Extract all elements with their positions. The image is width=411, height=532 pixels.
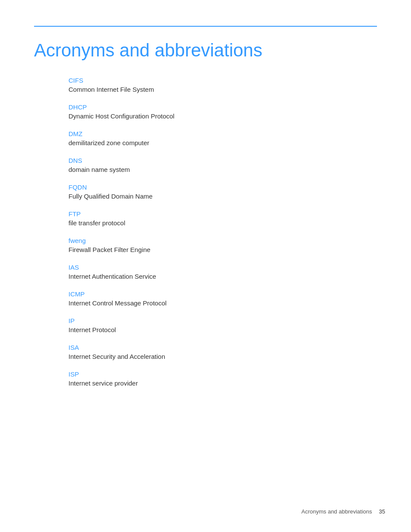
acronym-term: IAS bbox=[68, 264, 377, 271]
acronym-item: IASInternet Authentication Service bbox=[68, 264, 377, 280]
acronym-definition: Fully Qualified Domain Name bbox=[68, 193, 377, 200]
acronym-term: DHCP bbox=[68, 103, 377, 111]
acronym-definition: Dynamic Host Configuration Protocol bbox=[68, 112, 377, 120]
acronym-item: ISPInternet service provider bbox=[68, 370, 377, 387]
acronym-item: DMZdemilitarized zone computer bbox=[68, 130, 377, 146]
acronym-term: fweng bbox=[68, 237, 377, 244]
acronym-term: CIFS bbox=[68, 77, 377, 84]
acronym-definition: domain name system bbox=[68, 166, 377, 173]
acronym-item: ISAInternet Security and Acceleration bbox=[68, 344, 377, 360]
page-container: Acronyms and abbreviations CIFSCommon In… bbox=[0, 0, 411, 432]
footer-page-number: 35 bbox=[379, 508, 385, 515]
acronym-term: IP bbox=[68, 317, 377, 324]
acronym-definition: Firewall Packet Filter Engine bbox=[68, 246, 377, 253]
page-footer: Acronyms and abbreviations 35 bbox=[302, 508, 386, 515]
acronym-item: IPInternet Protocol bbox=[68, 317, 377, 333]
acronym-term: DMZ bbox=[68, 130, 377, 137]
acronym-definition: Internet Protocol bbox=[68, 326, 377, 333]
acronym-item: DNSdomain name system bbox=[68, 157, 377, 173]
acronym-term: DNS bbox=[68, 157, 377, 164]
acronym-item: ICMPInternet Control Message Protocol bbox=[68, 290, 377, 307]
top-rule bbox=[34, 26, 377, 27]
acronym-term: ISA bbox=[68, 344, 377, 351]
page-title: Acronyms and abbreviations bbox=[34, 40, 377, 61]
acronym-definition: file transfer protocol bbox=[68, 219, 377, 227]
acronym-term: FQDN bbox=[68, 184, 377, 191]
acronym-definition: Internet Authentication Service bbox=[68, 273, 377, 280]
acronym-item: FQDNFully Qualified Domain Name bbox=[68, 184, 377, 200]
acronym-definition: demilitarized zone computer bbox=[68, 139, 377, 146]
acronym-term: ISP bbox=[68, 370, 377, 378]
acronym-item: CIFSCommon Internet File System bbox=[68, 77, 377, 93]
acronym-item: FTPfile transfer protocol bbox=[68, 210, 377, 227]
acronym-term: ICMP bbox=[68, 290, 377, 298]
acronym-definition: Common Internet File System bbox=[68, 86, 377, 93]
acronym-term: FTP bbox=[68, 210, 377, 218]
acronym-definition: Internet Control Message Protocol bbox=[68, 299, 377, 307]
acronym-item: DHCPDynamic Host Configuration Protocol bbox=[68, 103, 377, 120]
acronym-definition: Internet Security and Acceleration bbox=[68, 353, 377, 360]
acronym-definition: Internet service provider bbox=[68, 380, 377, 387]
footer-text: Acronyms and abbreviations bbox=[302, 508, 372, 515]
acronym-item: fwengFirewall Packet Filter Engine bbox=[68, 237, 377, 253]
acronym-list: CIFSCommon Internet File SystemDHCPDynam… bbox=[68, 77, 377, 387]
